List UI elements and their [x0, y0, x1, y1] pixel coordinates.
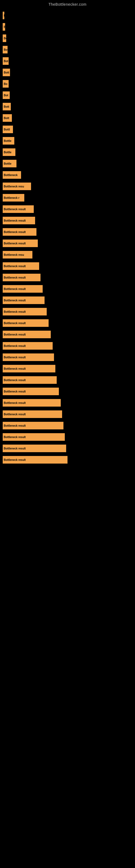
bar-36: Bottleneck result — [3, 410, 62, 418]
bar-label-6: Bott — [4, 71, 9, 74]
bar-2: B — [3, 23, 5, 31]
bar-row: Bottleneck resu — [3, 250, 130, 260]
bar-label-4: Bot — [4, 48, 8, 51]
bar-row: Bottleneck result — [3, 284, 130, 294]
bar-12: Bottle — [3, 137, 14, 145]
bar-40: Bottleneck result — [3, 456, 68, 464]
bar-11: Bottl — [3, 126, 13, 133]
bar-23: Bottleneck result — [3, 262, 39, 270]
bar-39: Bottleneck result — [3, 444, 66, 452]
bar-label-10: Bott — [4, 117, 9, 120]
bar-label-26: Bottleneck result — [4, 299, 26, 302]
bar-row: Bottleneck result — [3, 386, 130, 397]
bar-16: Bottleneck resu — [3, 183, 31, 190]
bar-label-30: Bottleneck result — [4, 344, 26, 347]
bar-24: Bottleneck result — [3, 274, 41, 281]
bar-label-12: Bottle — [4, 140, 11, 143]
bar-row: Bot — [3, 90, 130, 100]
bar-label-8: Bot — [4, 94, 8, 97]
bar-28: Bottleneck result — [3, 319, 49, 327]
bar-label-28: Bottleneck result — [4, 322, 26, 325]
bar-label-36: Bottleneck result — [4, 413, 26, 416]
bar-row: Bottleneck result — [3, 341, 130, 351]
bar-row: Bottleneck result — [3, 295, 130, 305]
bar-label-7: Bo — [4, 83, 7, 86]
bar-5: Bot — [3, 57, 9, 65]
bar-label-24: Bottleneck result — [4, 276, 26, 279]
bar-row: Bot — [3, 44, 130, 55]
bar-19: Bottleneck result — [3, 217, 35, 224]
bar-row: Bottleneck result — [3, 215, 130, 226]
bar-row: Bottleneck result — [3, 307, 130, 317]
bar-label-3: Bo — [4, 37, 6, 40]
bar-label-38: Bottleneck result — [4, 436, 26, 439]
bar-38: Bottleneck result — [3, 433, 65, 441]
bar-label-33: Bottleneck result — [4, 379, 26, 382]
bar-6: Bott — [3, 69, 10, 76]
bar-label-34: Bottleneck result — [4, 390, 26, 393]
bar-34: Bottleneck result — [3, 388, 59, 395]
bar-row: Bottleneck result — [3, 272, 130, 283]
bar-label-14: Bottle — [4, 162, 11, 165]
bar-row: Bottleneck result — [3, 432, 130, 442]
bar-row: Bottleneck result — [3, 227, 130, 237]
bar-29: Bottleneck result — [3, 331, 51, 338]
bar-row: B — [3, 22, 130, 32]
bar-13: Bottle — [3, 148, 15, 156]
bar-label-9: Bott — [4, 105, 9, 108]
bar-label-20: Bottleneck result — [4, 230, 26, 234]
bar-label-11: Bottl — [4, 128, 10, 131]
bar-label-15: Bottleneck — [4, 174, 17, 177]
bar-row: Bottle — [3, 135, 130, 146]
bar-row: B — [3, 10, 130, 21]
bar-label-31: Bottleneck result — [4, 356, 26, 359]
bar-21: Bottleneck result — [3, 240, 38, 247]
bar-row: Bottleneck result — [3, 443, 130, 454]
bar-row: Bottleneck result — [3, 364, 130, 374]
bar-label-37: Bottleneck result — [4, 424, 26, 427]
bar-26: Bottleneck result — [3, 297, 45, 304]
bar-label-25: Bottleneck result — [4, 287, 26, 290]
bar-label-18: Bottleneck result — [4, 208, 26, 211]
bar-row: Bott — [3, 67, 130, 78]
bar-9: Bott — [3, 103, 11, 111]
bar-label-29: Bottleneck result — [4, 333, 26, 336]
bar-7: Bo — [3, 80, 9, 88]
bar-label-39: Bottleneck result — [4, 447, 26, 450]
bar-row: Bottleneck result — [3, 398, 130, 408]
bar-1: B — [3, 12, 4, 19]
bar-label-5: Bot — [4, 60, 8, 63]
bar-label-16: Bottleneck resu — [4, 185, 24, 188]
bar-row: Bottleneck result — [3, 318, 130, 328]
bar-15: Bottleneck — [3, 171, 21, 179]
bar-35: Bottleneck result — [3, 399, 61, 407]
bar-18: Bottleneck result — [3, 205, 34, 213]
bar-row: Bottleneck — [3, 170, 130, 180]
bar-label-23: Bottleneck result — [4, 265, 26, 268]
bar-row: Bott — [3, 113, 130, 123]
bar-row: Bottl — [3, 124, 130, 134]
bar-14: Bottle — [3, 160, 16, 167]
site-title: TheBottlenecker.com — [0, 0, 135, 8]
bar-row: Bottle — [3, 147, 130, 157]
bar-32: Bottleneck result — [3, 365, 55, 372]
bar-37: Bottleneck result — [3, 422, 63, 429]
bar-row: Bottleneck result — [3, 352, 130, 362]
bar-label-21: Bottleneck result — [4, 242, 26, 245]
bar-row: Bottleneck result — [3, 204, 130, 214]
bar-17: Bottleneck r — [3, 194, 24, 202]
bar-row: Bottleneck result — [3, 375, 130, 385]
bar-row: Bo — [3, 79, 130, 89]
bars-container: BBBoBotBotBottBoBotBottBottBottlBottleBo… — [0, 8, 135, 469]
bar-label-35: Bottleneck result — [4, 401, 26, 404]
bar-row: Bottleneck result — [3, 409, 130, 420]
bar-30: Bottleneck result — [3, 342, 53, 350]
bar-row: Bottleneck resu — [3, 181, 130, 191]
bar-10: Bott — [3, 114, 12, 122]
bar-8: Bot — [3, 91, 10, 99]
bar-row: Bottle — [3, 158, 130, 169]
bar-4: Bot — [3, 46, 8, 54]
bar-row: Bot — [3, 56, 130, 66]
bar-label-22: Bottleneck resu — [4, 253, 24, 256]
bar-row: Bottleneck result — [3, 421, 130, 431]
